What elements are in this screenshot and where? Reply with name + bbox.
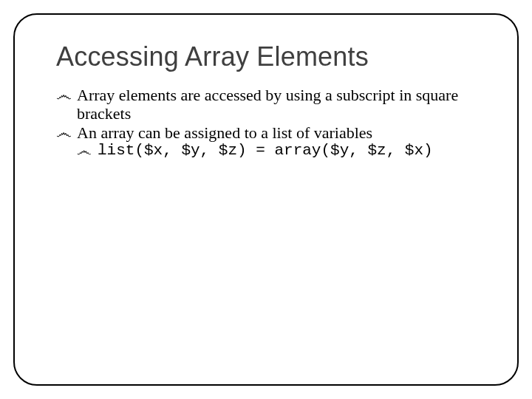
slide-content: ෴ Array elements are accessed by using a… [56, 86, 482, 160]
bullet-glyph-icon: ෴ [56, 86, 72, 104]
bullet-item: ෴ Array elements are accessed by using a… [56, 86, 482, 123]
bullet-item: ෴ An array can be assigned to a list of … [56, 123, 482, 142]
bullet-item-code: ෴ list($x, $y, $z) = array($y, $z, $x) [77, 142, 482, 160]
bullet-text: Array elements are accessed by using a s… [77, 86, 458, 123]
slide-frame: Accessing Array Elements ෴ Array element… [13, 13, 519, 386]
bullet-glyph-icon: ෴ [77, 142, 92, 160]
slide-title: Accessing Array Elements [56, 41, 482, 72]
bullet-text: An array can be assigned to a list of va… [77, 123, 372, 142]
bullet-code-text: list($x, $y, $z) = array($y, $z, $x) [98, 142, 433, 159]
bullet-glyph-icon: ෴ [56, 123, 72, 142]
